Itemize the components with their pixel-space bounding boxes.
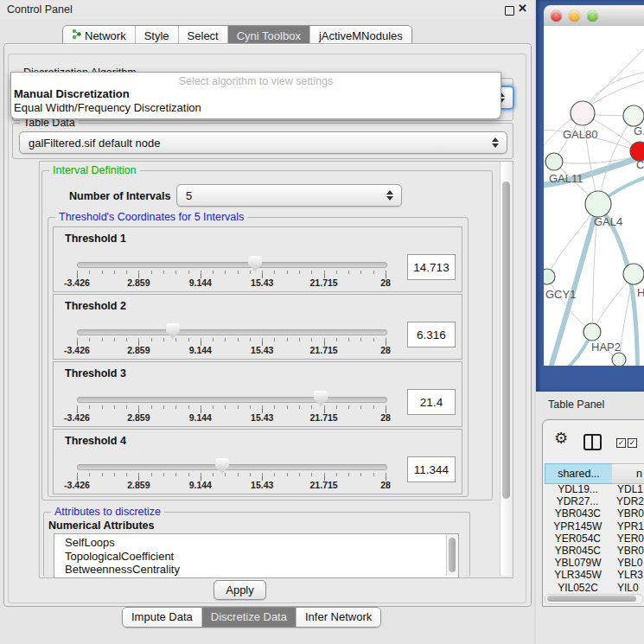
node-label: HAP2 (591, 341, 621, 354)
bottom-tab-bar: Impute Data Discretize Data Infer Networ… (122, 607, 381, 628)
checkbox-icon[interactable]: ✓ (628, 438, 637, 448)
slider-handle[interactable] (215, 458, 229, 474)
threshold-label: Threshold 4 (65, 435, 126, 447)
combo-arrows-icon (489, 137, 501, 148)
network-node[interactable] (545, 153, 563, 170)
table-data-value: galFiltered.sif default node (20, 137, 489, 150)
network-canvas[interactable]: GAL80G.CGAL11GAL4HGCY1HAP2 (544, 26, 644, 366)
threshold-value-field[interactable]: 11.344 (407, 456, 456, 482)
menu-item-equal-width-frequency[interactable]: Equal Width/Frequency Discretization (14, 101, 201, 114)
cell-shared-name: YDL19... (545, 483, 611, 495)
minimize-traffic-light-icon[interactable] (569, 10, 580, 22)
slider-scale-label: 2.859 (127, 480, 150, 490)
node-label: GAL11 (549, 172, 583, 185)
column-header-name[interactable]: n (612, 463, 644, 484)
tab-label: Infer Network (305, 610, 372, 623)
threshold-value-field[interactable]: 14.713 (407, 254, 456, 280)
slider-handle[interactable] (248, 256, 262, 271)
network-node[interactable] (623, 105, 644, 126)
scrollbar-thumb[interactable] (449, 538, 456, 572)
threshold-label: Threshold 1 (65, 233, 126, 245)
table-panel-title: Table Panel (548, 399, 604, 411)
table-row[interactable]: YBL079WYBL0 (545, 557, 644, 569)
menu-item-manual-discretization[interactable]: Manual Discretization (14, 87, 130, 100)
node-table-rows: YDL19...YDL1YDR27...YDR2YBR043CYBR0YPR14… (545, 483, 644, 592)
node-label: GAL80 (563, 128, 597, 141)
network-node[interactable] (571, 101, 595, 125)
table-row[interactable]: YDR27...YDR2 (545, 495, 644, 507)
zoom-traffic-light-icon[interactable] (587, 10, 598, 22)
scrollbar-thumb[interactable] (547, 596, 636, 602)
slider-track[interactable] (77, 464, 387, 470)
tab-label: Style (144, 29, 169, 42)
control-panel-titlebar (0, 0, 534, 19)
algorithm-hint: Select algorithm to view settings (11, 75, 501, 87)
slider-scale-label: 28 (380, 412, 391, 423)
number-of-intervals-combobox[interactable]: 5 (176, 184, 402, 207)
node-label: GCY1 (545, 288, 576, 301)
tab-label: Network (85, 29, 126, 42)
column-header-shared-name[interactable]: shared... (545, 463, 613, 484)
cell-shared-name: YPR145W (545, 520, 611, 532)
table-row[interactable]: YBR043CYBR0 (545, 507, 644, 520)
close-icon[interactable]: ✕ (518, 2, 527, 15)
cell-shared-name: YBL079W (545, 557, 611, 569)
node-label: GAL4 (594, 215, 622, 228)
gear-icon[interactable]: ⚙ (554, 429, 568, 448)
close-traffic-light-icon[interactable] (551, 10, 562, 22)
columns-icon[interactable] (583, 434, 602, 450)
float-window-icon[interactable] (505, 6, 514, 16)
network-node[interactable] (585, 191, 611, 217)
table-row[interactable]: YBR045CYBR0 (545, 545, 644, 557)
table-row[interactable]: YLR345WYLR3 (545, 569, 644, 581)
attributes-scrollbar[interactable] (446, 534, 458, 576)
slider-scale-label: 15.43 (251, 480, 273, 490)
slider-track[interactable] (77, 397, 387, 403)
threshold-value-field[interactable]: 21.4 (407, 389, 456, 415)
number-of-intervals-label: Number of Intervals (69, 190, 170, 202)
network-node[interactable] (544, 269, 555, 284)
slider-scale-label: 9.144 (189, 412, 212, 423)
node-label: G. (634, 124, 644, 137)
numerical-attributes-label: Numerical Attributes (48, 520, 154, 532)
slider-minor-ticks (77, 405, 387, 409)
slider-scale-label: 2.859 (127, 345, 150, 355)
network-node[interactable] (623, 264, 644, 284)
scrollbar-thumb[interactable] (502, 182, 510, 499)
threshold-value-field[interactable]: 6.316 (407, 322, 456, 348)
checkbox-icon[interactable]: ✓ (616, 438, 626, 448)
table-row[interactable]: YIL052CYIL0 (545, 582, 644, 593)
attribute-list-item[interactable]: SelfLoops (54, 536, 447, 550)
slider-scale-label: -3.426 (64, 412, 90, 423)
table-row[interactable]: YER054CYER0 (545, 532, 644, 545)
tab-impute-data[interactable]: Impute Data (123, 608, 201, 627)
table-data-combobox[interactable]: galFiltered.sif default node (19, 131, 507, 154)
horizontal-scrollbar[interactable] (545, 594, 643, 604)
cell-name: YBL0 (611, 557, 642, 569)
threshold-panel: Threshold 26.316-3.4262.8599.14415.4321.… (53, 294, 462, 360)
vertical-scrollbar[interactable] (500, 162, 512, 576)
table-row[interactable]: YPR145WYPR1 (545, 520, 644, 532)
network-window-titlebar[interactable] (544, 5, 644, 27)
network-node[interactable] (612, 353, 626, 366)
slider-scale-label: 15.43 (251, 412, 273, 423)
attributes-group-label: Attributes to discretize (51, 506, 164, 518)
attribute-list-item[interactable]: BetweennessCentrality (54, 563, 447, 576)
slider-handle[interactable] (314, 391, 328, 406)
attribute-list-item[interactable]: TopologicalCoefficient (54, 550, 447, 564)
apply-button[interactable]: Apply (214, 580, 266, 600)
cell-name: YDR2 (610, 495, 644, 507)
tab-discretize-data[interactable]: Discretize Data (201, 608, 296, 627)
slider-track[interactable] (77, 262, 387, 268)
node-label: H (637, 286, 644, 299)
tab-label: Cyni Toolbox (237, 29, 301, 42)
slider-handle[interactable] (166, 323, 180, 339)
threshold-panel: Threshold 114.713-3.4262.8599.14415.4321… (53, 226, 462, 292)
cell-shared-name: YLR345W (545, 569, 611, 581)
tab-infer-network[interactable]: Infer Network (296, 608, 380, 627)
slider-track[interactable] (77, 329, 387, 335)
table-row[interactable]: YDL19...YDL1 (545, 483, 644, 495)
cell-shared-name: YIL052C (545, 582, 611, 593)
network-node[interactable] (583, 323, 601, 341)
slider-scale-label: 28 (380, 345, 391, 355)
